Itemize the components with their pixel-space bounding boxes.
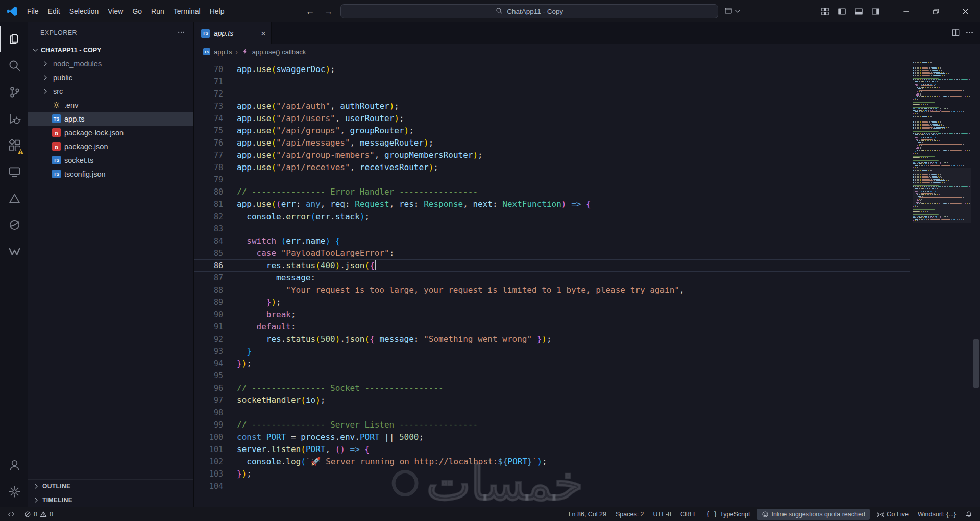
code-line-84[interactable]: 84 switch (err.name) { bbox=[194, 235, 910, 247]
code-line-89[interactable]: 89 }); bbox=[194, 296, 910, 309]
section-outline[interactable]: OUTLINE bbox=[28, 479, 193, 493]
code-line-76[interactable]: 76app.use("/api/messages", messageRouter… bbox=[194, 137, 910, 149]
code-line-87[interactable]: 87 message: bbox=[194, 272, 910, 284]
breadcrumb-item[interactable]: app.use() callback bbox=[252, 48, 306, 56]
activity-explorer[interactable] bbox=[0, 26, 28, 52]
activity-windsurf[interactable] bbox=[0, 238, 28, 265]
breadcrumb-item[interactable]: app.ts bbox=[214, 48, 232, 56]
close-button[interactable] bbox=[950, 0, 980, 22]
code-line-74[interactable]: 74app.use("/api/users", userRouter); bbox=[194, 112, 910, 125]
code-line-85[interactable]: 85 case "PayloadTooLargeError": bbox=[194, 247, 910, 259]
menu-edit[interactable]: Edit bbox=[43, 5, 65, 18]
code-line-95[interactable]: 95 bbox=[194, 370, 910, 382]
toggle-panel-right-button[interactable] bbox=[867, 4, 884, 19]
tab-app-ts[interactable]: TS app.ts × bbox=[194, 22, 272, 44]
code-line-93[interactable]: 93 } bbox=[194, 345, 910, 358]
code-line-97[interactable]: 97socketHandler(io); bbox=[194, 394, 910, 407]
file-package-lock.json[interactable]: npackage-lock.json bbox=[28, 126, 193, 139]
code-line-96[interactable]: 96// --------------- Socket ------------… bbox=[194, 382, 910, 394]
command-center-search[interactable]: ChatApp11 - Copy bbox=[340, 4, 718, 18]
remote-indicator[interactable] bbox=[3, 507, 19, 521]
status-windsurf[interactable]: Windsurf: {...} bbox=[913, 507, 961, 521]
code-line-100[interactable]: 100const PORT = process.env.PORT || 5000… bbox=[194, 431, 910, 443]
menu-view[interactable]: View bbox=[103, 5, 128, 18]
menu-terminal[interactable]: Terminal bbox=[169, 5, 205, 18]
code-line-82[interactable]: 82 console.error(err.stack); bbox=[194, 210, 910, 223]
forward-arrow-icon[interactable]: → bbox=[322, 6, 334, 17]
activity-settings[interactable] bbox=[0, 478, 28, 505]
minimize-button[interactable] bbox=[891, 0, 921, 22]
section-timeline[interactable]: TIMELINE bbox=[28, 493, 193, 507]
activity-extensions[interactable] bbox=[0, 132, 28, 158]
activity-globe[interactable] bbox=[0, 211, 28, 238]
menu-go[interactable]: Go bbox=[128, 5, 146, 18]
activity-run-and-debug[interactable] bbox=[0, 105, 28, 132]
status-go-live[interactable]: Go Live bbox=[872, 507, 913, 521]
status-indentation[interactable]: Spaces: 2 bbox=[611, 507, 649, 521]
folder-node_modules[interactable]: node_modules bbox=[28, 57, 193, 70]
activity-accounts[interactable] bbox=[0, 452, 28, 478]
code-line-99[interactable]: 99// --------------- Server Listen -----… bbox=[194, 419, 910, 431]
problems-indicator[interactable]: 00 bbox=[19, 507, 58, 521]
file-app.ts[interactable]: TSapp.ts bbox=[28, 112, 193, 126]
code-line-75[interactable]: 75app.use("/api/groups", groupRouter); bbox=[194, 125, 910, 137]
folder-public[interactable]: public bbox=[28, 70, 193, 84]
toggle-panel-left-button[interactable] bbox=[834, 4, 850, 19]
activity-source-control[interactable] bbox=[0, 79, 28, 105]
file-socket.ts[interactable]: TSsocket.ts bbox=[28, 153, 193, 167]
status-encoding[interactable]: UTF-8 bbox=[649, 507, 676, 521]
status-language-mode[interactable]: { }TypeScript bbox=[702, 507, 755, 521]
code-editor[interactable]: 70app.use(swaggerDoc);717273app.use("/ap… bbox=[194, 59, 980, 507]
restore-button[interactable] bbox=[921, 0, 950, 22]
menu-file[interactable]: File bbox=[22, 5, 43, 18]
editor-scrollbar[interactable] bbox=[972, 59, 980, 507]
more-actions-icon[interactable] bbox=[177, 28, 185, 38]
activity-chat[interactable] bbox=[0, 158, 28, 185]
code-line-70[interactable]: 70app.use(swaggerDoc); bbox=[194, 63, 910, 76]
scrollbar-thumb[interactable] bbox=[973, 339, 979, 388]
toggle-panel-bottom-button[interactable] bbox=[850, 4, 867, 19]
file-package.json[interactable]: npackage.json bbox=[28, 139, 193, 153]
code-line-81[interactable]: 81app.use((err: any, req: Request, res: … bbox=[194, 198, 910, 210]
activity-search[interactable] bbox=[0, 52, 28, 79]
close-tab-icon[interactable]: × bbox=[261, 29, 266, 38]
code-line-72[interactable]: 72 bbox=[194, 88, 910, 100]
code-line-73[interactable]: 73app.use("/api/auth", authRouter); bbox=[194, 100, 910, 112]
code-line-98[interactable]: 98 bbox=[194, 407, 910, 419]
activity-triangle[interactable] bbox=[0, 185, 28, 211]
code-line-86[interactable]: 86 res.status(400).json({ bbox=[194, 259, 910, 272]
code-line-101[interactable]: 101server.listen(PORT, () => { bbox=[194, 443, 910, 456]
folder-src[interactable]: src bbox=[28, 84, 193, 98]
code-line-92[interactable]: 92 res.status(500).json({ message: "Some… bbox=[194, 333, 910, 345]
code-line-77[interactable]: 77app.use("/api/group-members", groupMem… bbox=[194, 149, 910, 161]
new-window-button[interactable] bbox=[724, 7, 742, 16]
menu-run[interactable]: Run bbox=[146, 5, 169, 18]
code-line-83[interactable]: 83 bbox=[194, 223, 910, 235]
more-actions-icon[interactable] bbox=[965, 28, 974, 39]
menu-help[interactable]: Help bbox=[205, 5, 229, 18]
code-line-103[interactable]: 103}); bbox=[194, 468, 910, 480]
code-line-80[interactable]: 80// --------------- Error Handler -----… bbox=[194, 186, 910, 198]
project-section-header[interactable]: CHATAPP11 - COPY bbox=[28, 43, 193, 57]
code-line-88[interactable]: 88 "Your request is too large, your requ… bbox=[194, 284, 910, 296]
menu-selection[interactable]: Selection bbox=[65, 5, 104, 18]
file-tsconfig.json[interactable]: TStsconfig.json bbox=[28, 167, 193, 181]
code-line-91[interactable]: 91 default: bbox=[194, 321, 910, 333]
back-arrow-icon[interactable]: ← bbox=[304, 6, 316, 17]
status-notifications[interactable] bbox=[961, 507, 977, 521]
split-editor-icon[interactable] bbox=[951, 28, 960, 39]
minimap[interactable] bbox=[913, 59, 971, 222]
code-line-71[interactable]: 71 bbox=[194, 76, 910, 88]
code-line-78[interactable]: 78app.use("/api/receives", receivesRoute… bbox=[194, 161, 910, 174]
code-line-102[interactable]: 102 console.log(`🚀 Server running on htt… bbox=[194, 456, 910, 468]
minimap-slider[interactable] bbox=[913, 168, 971, 223]
toggle-layout-grid-button[interactable] bbox=[817, 4, 834, 19]
status-eol[interactable]: CRLF bbox=[676, 507, 702, 521]
file-.env[interactable]: .env bbox=[28, 98, 193, 112]
code-line-79[interactable]: 79 bbox=[194, 174, 910, 186]
code-line-94[interactable]: 94}); bbox=[194, 358, 910, 370]
code-line-104[interactable]: 104 bbox=[194, 480, 910, 492]
code-line-90[interactable]: 90 break; bbox=[194, 309, 910, 321]
status-copilot-quota[interactable]: Inline suggestions quota reached bbox=[757, 509, 869, 520]
status-cursor-position[interactable]: Ln 86, Col 29 bbox=[564, 507, 611, 521]
